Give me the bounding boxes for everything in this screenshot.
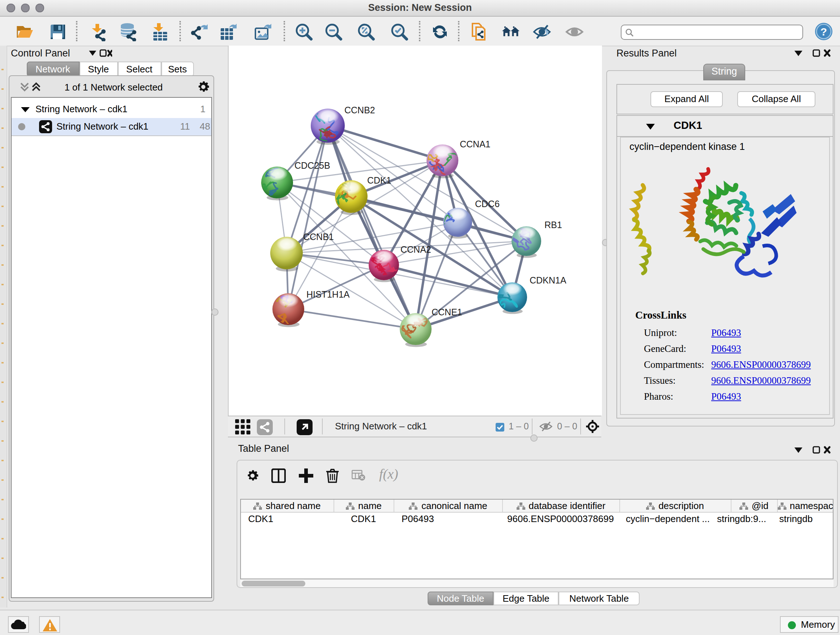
svg-text:?: ? (821, 26, 827, 38)
svg-text:CCNE1: CCNE1 (431, 307, 462, 317)
svg-text:HIST1H1A: HIST1H1A (306, 289, 350, 299)
svg-text:CCNB2: CCNB2 (344, 105, 375, 115)
svg-text:CCNA2: CCNA2 (401, 244, 431, 255)
svg-text:CDKN1A: CDKN1A (530, 275, 567, 285)
svg-text:CDC25B: CDC25B (294, 160, 330, 171)
svg-text:CDK1: CDK1 (367, 175, 392, 185)
svg-text:CDC6: CDC6 (475, 199, 500, 209)
svg-text:CCNB1: CCNB1 (303, 232, 334, 242)
svg-text:CCNA1: CCNA1 (460, 139, 491, 149)
svg-text:RB1: RB1 (545, 220, 562, 230)
